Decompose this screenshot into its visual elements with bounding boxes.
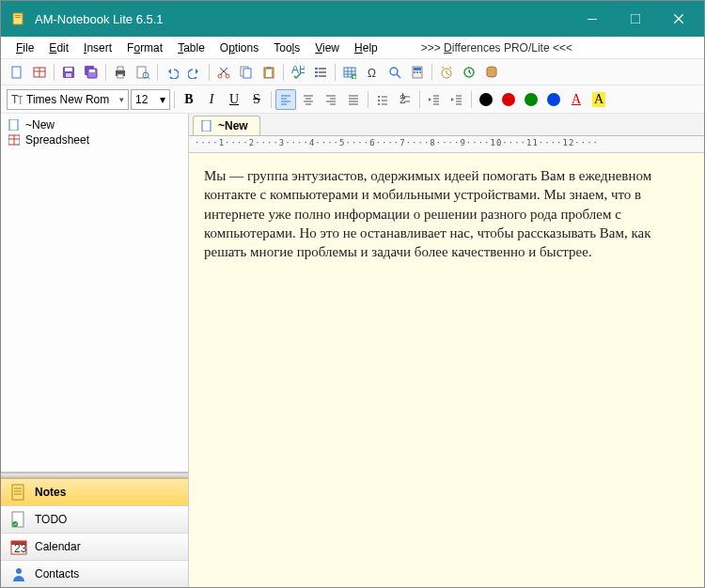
insert-symbol-icon[interactable]: Ω — [362, 62, 383, 83]
bullet-list-icon[interactable] — [372, 89, 393, 110]
menu-view[interactable]: View — [307, 39, 347, 56]
reminder-icon[interactable] — [459, 62, 479, 83]
separator — [209, 64, 210, 81]
app-icon — [12, 11, 27, 26]
tree-panel: ~New Spreadsheet — [1, 114, 188, 472]
align-right-icon[interactable] — [321, 89, 341, 110]
tree-item-spreadsheet[interactable]: Spreadsheet — [5, 132, 184, 147]
font-color-icon[interactable]: A — [566, 89, 587, 110]
nav-label: Calendar — [35, 540, 81, 553]
minimize-button[interactable] — [571, 1, 614, 37]
cut-icon[interactable] — [213, 62, 234, 83]
svg-rect-53 — [12, 485, 24, 500]
highlight-color-icon[interactable]: A — [588, 89, 609, 110]
svg-text:T: T — [17, 94, 23, 105]
window-title: AM-Notebook Lite 6.5.1 — [35, 12, 571, 26]
svg-text:23: 23 — [14, 542, 27, 555]
close-button[interactable] — [657, 1, 700, 37]
svg-rect-31 — [319, 75, 326, 77]
database-icon[interactable] — [481, 62, 502, 83]
numbered-list-icon[interactable]: 12 — [395, 89, 415, 110]
svg-point-48 — [378, 103, 380, 105]
separator — [419, 91, 420, 108]
menu-file[interactable]: File — [8, 39, 41, 56]
separator — [431, 64, 432, 81]
svg-rect-3 — [588, 19, 597, 20]
nav-notes[interactable]: Notes — [1, 478, 188, 505]
copy-icon[interactable] — [236, 62, 257, 83]
svg-rect-26 — [315, 68, 318, 70]
separator — [368, 91, 368, 108]
align-justify-icon[interactable] — [343, 89, 364, 110]
redo-icon[interactable] — [184, 62, 205, 83]
menu-table[interactable]: Table — [170, 39, 212, 56]
font-name: Times New Rom — [26, 93, 116, 106]
contacts-icon — [10, 565, 27, 582]
align-center-icon[interactable] — [298, 89, 319, 110]
align-left-icon[interactable] — [275, 89, 296, 110]
nav-contacts[interactable]: Contacts — [1, 560, 188, 587]
spellcheck-icon[interactable]: ABC — [288, 62, 308, 83]
color-blue-icon[interactable] — [543, 89, 564, 110]
editor-area[interactable]: Мы — группа энтузиастов, одержимых идеей… — [189, 153, 704, 587]
menu-insert[interactable]: Insert — [76, 39, 119, 56]
separator — [54, 64, 55, 81]
maximize-button[interactable] — [614, 1, 657, 37]
save-icon[interactable] — [58, 62, 79, 83]
color-black-icon[interactable] — [476, 89, 496, 110]
nav-calendar[interactable]: 23 Calendar — [1, 533, 188, 560]
menu-help[interactable]: Help — [347, 39, 385, 56]
font-size: 12 — [135, 93, 148, 106]
underline-button[interactable]: U — [224, 89, 244, 110]
color-green-icon[interactable] — [521, 89, 541, 110]
new-note-icon[interactable] — [7, 62, 27, 83]
color-red-icon[interactable] — [498, 89, 519, 110]
font-size-selector[interactable]: 12 ▾ — [131, 89, 170, 110]
menu-options[interactable]: Options — [212, 39, 266, 56]
paste-icon[interactable] — [258, 62, 279, 83]
notes-icon — [10, 484, 27, 501]
menu-format[interactable]: Format — [119, 39, 170, 56]
svg-rect-51 — [9, 119, 18, 131]
save-all-icon[interactable] — [81, 62, 102, 83]
insert-table-icon[interactable] — [339, 62, 360, 83]
highlight-list-icon[interactable] — [310, 62, 331, 83]
app-window: AM-Notebook Lite 6.5.1 File Edit Insert … — [0, 0, 705, 588]
main-panel: ~New ····1····2····3····4····5····6····7… — [189, 114, 704, 587]
separator — [471, 91, 472, 108]
new-spreadsheet-icon[interactable] — [29, 62, 50, 83]
outdent-icon[interactable] — [424, 89, 445, 110]
strikethrough-button[interactable]: S — [246, 89, 267, 110]
menu-tools[interactable]: Tools — [266, 39, 307, 56]
nav-todo[interactable]: TODO — [1, 505, 188, 533]
undo-icon[interactable] — [162, 62, 182, 83]
ruler: ····1····2····3····4····5····6····7····8… — [189, 136, 704, 153]
find-icon[interactable] — [384, 62, 405, 83]
alarm-icon[interactable] — [436, 62, 457, 83]
print-preview-icon[interactable] — [133, 62, 153, 83]
calculator-icon[interactable] — [407, 62, 428, 83]
bold-button[interactable]: B — [179, 89, 199, 110]
italic-button[interactable]: I — [201, 89, 222, 110]
svg-text:Ω: Ω — [368, 67, 376, 79]
svg-text:2: 2 — [400, 93, 406, 106]
toolbar-format: TT Times New Rom ▾ 12 ▾ B I U S 12 A A — [1, 85, 704, 114]
tree-label: Spreadsheet — [25, 133, 89, 147]
svg-rect-30 — [315, 75, 318, 77]
tree-item-new[interactable]: ~New — [5, 117, 184, 132]
svg-point-47 — [378, 100, 380, 101]
font-selector[interactable]: TT Times New Rom ▾ — [7, 89, 129, 110]
svg-rect-23 — [266, 70, 272, 77]
svg-rect-15 — [118, 74, 123, 78]
separator — [335, 64, 336, 81]
svg-rect-2 — [15, 17, 21, 18]
print-icon[interactable] — [110, 62, 131, 83]
menu-edit[interactable]: Edit — [41, 39, 76, 56]
indent-icon[interactable] — [446, 89, 467, 110]
svg-rect-39 — [416, 71, 418, 73]
separator — [157, 64, 158, 81]
svg-rect-24 — [267, 67, 271, 69]
menu-differences[interactable]: >>> Differences PRO/Lite <<< — [414, 39, 580, 56]
note-icon — [201, 120, 212, 132]
tab-new[interactable]: ~New — [193, 116, 260, 135]
